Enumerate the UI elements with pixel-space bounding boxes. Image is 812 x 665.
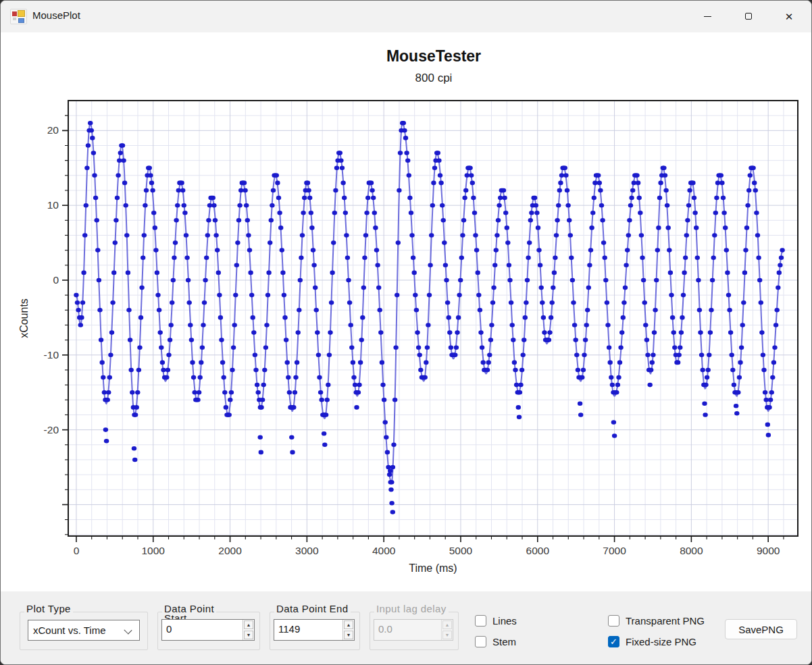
data-point-start-input[interactable]: 0 ▲ ▼ xyxy=(161,619,255,641)
svg-text:4000: 4000 xyxy=(372,545,396,556)
window-title: MousePlot xyxy=(32,9,80,21)
svg-text:5000: 5000 xyxy=(449,545,473,556)
input-lag-delay-label: Input lag delay xyxy=(374,603,449,614)
stem-label: Stem xyxy=(492,636,516,647)
chevron-down-icon xyxy=(124,626,132,634)
title-bar: MousePlot ✕ xyxy=(1,1,811,32)
mouseplot-window: MousePlot ✕ MouseTester 800 cpi -20-1001… xyxy=(0,0,812,665)
stem-checkbox[interactable] xyxy=(475,636,486,647)
svg-text:2000: 2000 xyxy=(218,545,242,556)
spin-up-button: ▲ xyxy=(442,620,452,629)
input-lag-delay-value: 0.0 xyxy=(374,620,441,640)
lines-checkbox[interactable] xyxy=(475,615,486,627)
app-icon xyxy=(10,9,27,24)
svg-text:6000: 6000 xyxy=(526,545,550,556)
svg-text:9000: 9000 xyxy=(757,545,780,556)
maximize-button[interactable] xyxy=(733,1,764,32)
maximize-icon xyxy=(745,13,752,20)
close-icon: ✕ xyxy=(785,11,794,22)
svg-text:xCounts: xCounts xyxy=(18,298,30,338)
data-point-end-label: Data Point End xyxy=(274,603,351,614)
svg-text:-10: -10 xyxy=(44,349,59,361)
spin-up-button[interactable]: ▲ xyxy=(344,620,353,629)
plot-type-label: Plot Type xyxy=(24,603,73,614)
svg-text:8000: 8000 xyxy=(680,545,703,556)
control-panel: Plot Type xCount vs. Time Data Point Sta… xyxy=(1,591,812,665)
minimize-icon xyxy=(704,16,711,17)
svg-text:Time (ms): Time (ms) xyxy=(409,562,457,574)
transparent-png-label: Transparent PNG xyxy=(626,615,705,627)
transparent-png-checkbox[interactable] xyxy=(608,615,619,627)
app-icon-blue-square xyxy=(18,18,24,23)
xcounts-vs-time-plot: -20-100102001000200030004000500060007000… xyxy=(1,32,812,591)
app-icon-red-square xyxy=(12,11,17,16)
plot-type-value: xCount vs. Time xyxy=(33,624,106,636)
fixed-size-png-checkbox[interactable]: ✓ xyxy=(608,636,619,647)
input-lag-delay-spinner: ▲ ▼ xyxy=(441,620,453,640)
data-point-start-value: 0 xyxy=(162,620,243,640)
spin-down-button: ▼ xyxy=(442,631,452,639)
lines-label: Lines xyxy=(492,615,517,627)
svg-text:0: 0 xyxy=(74,545,80,556)
svg-text:1000: 1000 xyxy=(142,545,166,556)
svg-text:-20: -20 xyxy=(44,424,59,435)
minimize-button[interactable] xyxy=(692,1,723,32)
plot-type-select[interactable]: xCount vs. Time xyxy=(28,620,140,641)
fixed-size-png-checkbox-row: ✓ Fixed-size PNG xyxy=(608,636,696,647)
data-point-end-input[interactable]: 1149 ▲ ▼ xyxy=(274,619,355,641)
lines-checkbox-row: Lines xyxy=(475,615,517,627)
app-icon-yellow-square xyxy=(18,10,25,17)
save-png-button[interactable]: SavePNG xyxy=(725,619,797,639)
data-point-start-spinner: ▲ ▼ xyxy=(243,620,254,640)
data-point-end-spinner: ▲ ▼ xyxy=(342,620,354,640)
svg-text:3000: 3000 xyxy=(295,545,319,556)
svg-text:10: 10 xyxy=(47,199,59,211)
spin-down-button[interactable]: ▼ xyxy=(244,631,253,639)
transparent-png-checkbox-row: Transparent PNG xyxy=(608,615,705,627)
stem-checkbox-row: Stem xyxy=(475,636,516,647)
fixed-size-png-label: Fixed-size PNG xyxy=(626,636,696,647)
app-icon-gray-square xyxy=(13,18,16,20)
svg-text:7000: 7000 xyxy=(603,545,626,556)
svg-text:0: 0 xyxy=(53,274,59,286)
spin-up-button[interactable]: ▲ xyxy=(244,620,253,629)
close-button[interactable]: ✕ xyxy=(773,1,805,32)
chart-area: MouseTester 800 cpi -20-1001020010002000… xyxy=(1,32,812,591)
data-point-end-value: 1149 xyxy=(274,620,342,640)
input-lag-delay-input: 0.0 ▲ ▼ xyxy=(374,619,453,641)
spin-down-button[interactable]: ▼ xyxy=(344,631,353,639)
svg-text:20: 20 xyxy=(47,124,59,136)
